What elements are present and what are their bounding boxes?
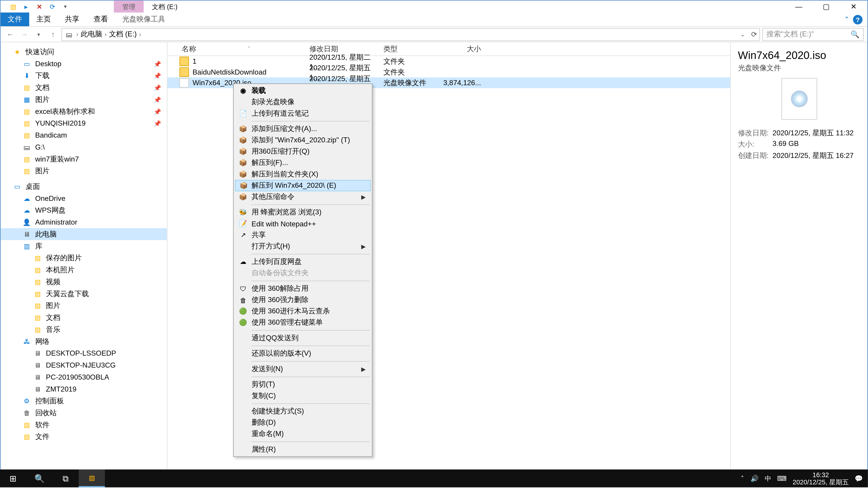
menu-item[interactable]: 📦其他压缩命令▶ [235,191,371,202]
nav-item[interactable]: ▥库 [1,240,167,252]
tray-ime[interactable]: 中 [765,474,771,483]
search-button[interactable]: 🔍 [26,469,53,487]
menu-item[interactable]: 📦用360压缩打开(Q) [235,146,371,157]
menu-item[interactable]: 刻录光盘映像 [235,96,371,108]
ribbon-context[interactable]: 光盘映像工具 [115,12,172,26]
menu-item[interactable]: 通过QQ发送到 [235,332,371,344]
chevron-right-icon[interactable]: › [76,31,79,37]
refresh-icon[interactable]: ⟳ [751,30,757,38]
nav-item[interactable]: ▧文件 [1,431,167,443]
nav-item[interactable]: 🖴G:\ [1,141,167,153]
nav-item[interactable]: ⚙控制面板 [1,395,167,407]
menu-item[interactable]: 属性(R) [235,444,371,455]
nav-item-thispc[interactable]: 🖥此电脑 [1,228,167,240]
menu-item[interactable]: 创建快捷方式(S) [235,406,371,417]
menu-item[interactable]: 剪切(T) [235,379,371,390]
minimize-button[interactable]: — [785,1,812,13]
start-button[interactable]: ⊞ [0,469,26,487]
menu-item[interactable]: ↗共享 [235,229,371,240]
nav-item[interactable]: 🖥DESKTOP-LSSOEDP [1,347,167,359]
nav-item[interactable]: ▧Bandicam [1,129,167,141]
menu-item[interactable]: 📄上传到有道云笔记 [235,108,371,119]
maximize-button[interactable]: ▢ [812,1,840,13]
context-menu[interactable]: ◉装载刻录光盘映像📄上传到有道云笔记📦添加到压缩文件(A)...📦添加到 "Wi… [233,84,373,457]
nav-item[interactable]: ▧音乐 [1,324,167,335]
qat-dropdown-icon[interactable]: ▾ [59,1,72,12]
nav-item[interactable]: ▧excel表格制作求和📌 [1,105,167,118]
menu-item[interactable]: 📝Edit with Notepad++ [235,218,371,229]
menu-item[interactable]: 📦添加到压缩文件(A)... [235,123,371,135]
nav-item[interactable]: 🖥DESKTOP-NJEU3CG [1,359,167,371]
nav-item[interactable]: ⬇下载📌 [1,70,167,82]
menu-item[interactable]: 🛡使用 360解除占用 [235,283,371,294]
tray-ime-icon[interactable]: ⌨ [777,475,786,482]
nav-item[interactable]: ▧保存的图片 [1,252,167,264]
nav-item[interactable]: ▧软件 [1,419,167,431]
menu-item[interactable]: 还原以前的版本(V) [235,348,371,359]
search-input[interactable]: 搜索"文档 (E:)" 🔍 [763,28,864,41]
nav-item[interactable]: ▧文档📌 [1,82,167,94]
nav-quick-access[interactable]: ★快速访问 [1,46,167,58]
ribbon-expand-icon[interactable]: ⌃ [844,15,849,23]
column-headers[interactable]: 名称˄ 修改日期 类型 大小 [167,42,730,56]
search-icon[interactable]: 🔍 [850,30,860,38]
tray-notification-icon[interactable]: 💬 [855,475,863,482]
menu-item[interactable]: ☁上传到百度网盘 [235,256,371,267]
nav-item[interactable]: 👤Administrator [1,216,167,228]
nav-item[interactable]: ▧YUNQISHI2019📌 [1,117,167,129]
nav-item[interactable]: ▦图片📌 [1,94,167,105]
nav-back-button[interactable]: ← [4,28,16,40]
col-type[interactable]: 类型 [378,44,438,54]
qat-close-icon[interactable]: ✕ [33,1,46,12]
file-row[interactable]: BaiduNetdiskDownload 2020/12/25, 星期五 1..… [167,67,730,77]
ribbon-view[interactable]: 查看 [86,12,115,26]
nav-item[interactable]: ▧图片 [1,165,167,177]
nav-item[interactable]: ▧视频 [1,276,167,288]
nav-item[interactable]: ▧图片 [1,300,167,312]
nav-item[interactable]: ▧文档 [1,312,167,324]
address-box[interactable]: 🖴 › 此电脑 › 文档 (E:) › ⌄ ⟳ [61,28,760,41]
nav-desktop[interactable]: ▭桌面 [1,181,167,193]
tray-up-icon[interactable]: ˄ [741,475,744,482]
help-icon[interactable]: ? [853,15,863,24]
nav-fwd-button[interactable]: → [19,28,31,40]
nav-item[interactable]: ▧win7重装win7 [1,153,167,165]
menu-item[interactable]: 删除(D) [235,417,371,428]
file-row[interactable]: 1 2020/12/15, 星期二 1... 文件夹 [167,56,730,67]
nav-item[interactable]: ▧天翼云盘下载 [1,288,167,300]
menu-item[interactable]: 🗑使用 360强力删除 [235,294,371,306]
menu-item[interactable]: 🐝用 蜂蜜浏览器 浏览(3) [235,207,371,218]
nav-recent-button[interactable]: ▾ [33,28,45,40]
nav-item[interactable]: ▭Desktop📌 [1,58,167,70]
tray-volume-icon[interactable]: 🔊 [750,475,759,482]
menu-item[interactable]: 🟢使用 360管理右键菜单 [235,317,371,328]
menu-item[interactable]: 发送到(N)▶ [235,363,371,375]
breadcrumb[interactable]: 此电脑 [81,29,102,39]
nav-network[interactable]: 🖧网络 [1,335,167,348]
menu-item[interactable]: 📦解压到当前文件夹(X) [235,168,371,180]
menu-item[interactable]: 打开方式(H)▶ [235,240,371,252]
menu-item[interactable]: 📦添加到 "Win7x64_2020.zip" (T) [235,135,371,146]
breadcrumb[interactable]: 文档 (E:) [109,29,137,39]
ribbon-file[interactable]: 文件 [1,12,29,26]
menu-item[interactable]: 📦解压到 Win7x64_2020\ (E) [235,180,371,191]
taskview-button[interactable]: ⧉ [53,469,79,487]
col-size[interactable]: 大小 [438,44,486,54]
menu-item[interactable]: 🟢使用 360进行木马云查杀 [235,306,371,317]
menu-item[interactable]: ◉装载 [235,85,371,96]
chevron-right-icon[interactable]: › [104,31,106,37]
col-name[interactable]: 名称˄ [167,44,305,54]
nav-item[interactable]: 🖥PC-20190530OBLA [1,371,167,383]
menu-item[interactable]: 重命名(M) [235,428,371,440]
close-button[interactable]: ✕ [840,1,867,13]
qat-refresh-icon[interactable]: ⟳ [46,1,59,12]
tray-clock[interactable]: 16:32 2020/12/25, 星期五 [793,471,849,486]
nav-item[interactable]: ▧本机照片 [1,264,167,276]
chevron-right-icon[interactable]: › [139,31,141,37]
nav-item[interactable]: 🗑回收站 [1,407,167,419]
ribbon-home[interactable]: 主页 [29,12,58,26]
nav-item[interactable]: ☁OneDrive [1,193,167,204]
menu-item[interactable]: 复制(C) [235,390,371,401]
nav-item[interactable]: 🖥ZMT2019 [1,383,167,395]
qat-play-icon[interactable]: ▸ [20,1,33,12]
